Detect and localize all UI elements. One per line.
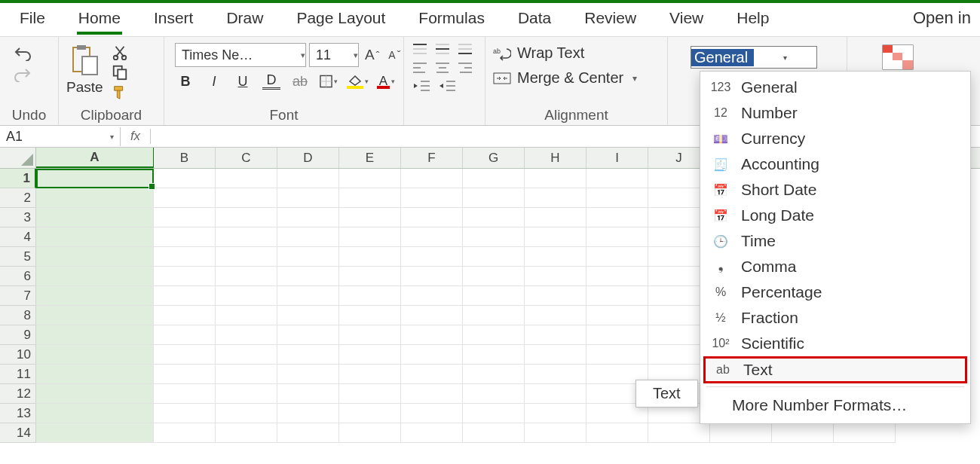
merge-center-button[interactable]: Merge & Center ▾ <box>493 69 637 87</box>
row-header[interactable]: 5 <box>0 247 36 267</box>
tab-draw[interactable]: Draw <box>210 5 280 35</box>
cell[interactable] <box>525 404 586 423</box>
strikethrough-button[interactable]: ab <box>291 73 309 90</box>
cell[interactable] <box>401 188 463 208</box>
cell[interactable] <box>525 345 586 365</box>
cut-icon[interactable] <box>111 44 129 61</box>
decrease-indent-icon[interactable] <box>412 79 431 93</box>
cell[interactable] <box>772 423 834 443</box>
cell[interactable] <box>277 208 339 227</box>
cell[interactable] <box>586 267 648 286</box>
cell[interactable] <box>277 404 339 423</box>
cell[interactable] <box>277 188 339 208</box>
cell[interactable] <box>463 423 525 443</box>
cell[interactable] <box>525 286 586 306</box>
column-header[interactable]: F <box>401 148 463 168</box>
name-box[interactable]: A1 ▾ <box>0 127 121 146</box>
cell[interactable] <box>401 267 463 286</box>
cell[interactable] <box>525 247 586 267</box>
column-header[interactable]: A <box>36 148 154 168</box>
row-header[interactable]: 1 <box>0 169 36 188</box>
cell[interactable] <box>277 169 339 188</box>
cell[interactable] <box>463 247 525 267</box>
cell[interactable] <box>463 227 525 247</box>
cell[interactable] <box>463 345 525 365</box>
cell[interactable] <box>401 345 463 365</box>
cell[interactable] <box>525 423 586 443</box>
cell[interactable] <box>216 188 277 208</box>
cell[interactable] <box>586 325 648 345</box>
cell[interactable] <box>401 227 463 247</box>
cell[interactable] <box>339 306 401 325</box>
row-header[interactable]: 8 <box>0 306 36 325</box>
cell[interactable] <box>339 267 401 286</box>
cell[interactable] <box>463 169 525 188</box>
cell[interactable] <box>401 247 463 267</box>
align-middle-icon[interactable] <box>434 43 451 56</box>
number-format-option[interactable]: 🕒Time <box>700 228 970 254</box>
cell[interactable] <box>154 169 216 188</box>
cell[interactable] <box>36 208 154 227</box>
more-number-formats[interactable]: More Number Formats… <box>700 390 970 420</box>
cell[interactable] <box>339 247 401 267</box>
cell[interactable] <box>36 306 154 325</box>
cell[interactable] <box>463 208 525 227</box>
number-format-option[interactable]: 10²Scientific <box>700 331 970 356</box>
cell[interactable] <box>586 188 648 208</box>
cell[interactable] <box>463 286 525 306</box>
cell[interactable] <box>525 384 586 404</box>
paste-button[interactable]: Paste <box>66 41 103 96</box>
cell[interactable] <box>586 423 648 443</box>
conditional-formatting-icon[interactable] <box>882 44 914 70</box>
row-header[interactable]: 11 <box>0 365 36 384</box>
cell[interactable] <box>339 345 401 365</box>
align-top-icon[interactable] <box>412 43 428 56</box>
cell[interactable] <box>216 365 277 384</box>
fill-color-button[interactable]: ▾ <box>348 73 366 90</box>
fx-icon[interactable]: fx <box>121 129 151 144</box>
cell[interactable] <box>216 306 277 325</box>
cell[interactable] <box>586 306 648 325</box>
tab-data[interactable]: Data <box>501 5 568 35</box>
cell[interactable] <box>277 423 339 443</box>
align-center-icon[interactable] <box>434 61 451 75</box>
cell[interactable] <box>36 169 154 188</box>
row-header[interactable]: 10 <box>0 345 36 365</box>
cell[interactable] <box>401 306 463 325</box>
row-header[interactable]: 6 <box>0 267 36 286</box>
cell[interactable] <box>154 325 216 345</box>
cell[interactable] <box>463 404 525 423</box>
cell[interactable] <box>463 325 525 345</box>
tab-page-layout[interactable]: Page Layout <box>280 5 402 35</box>
tab-view[interactable]: View <box>653 5 720 35</box>
cell[interactable] <box>36 188 154 208</box>
cell[interactable] <box>36 384 154 404</box>
cell[interactable] <box>463 267 525 286</box>
cell[interactable] <box>586 169 648 188</box>
cell[interactable] <box>154 188 216 208</box>
row-header[interactable]: 4 <box>0 227 36 247</box>
number-format-option[interactable]: 📅Long Date <box>700 203 970 228</box>
row-header[interactable]: 13 <box>0 404 36 423</box>
shrink-font-button[interactable]: Aˇ <box>385 49 403 61</box>
cell[interactable] <box>154 345 216 365</box>
column-header[interactable]: C <box>216 148 277 168</box>
cell[interactable] <box>525 325 586 345</box>
number-format-option[interactable]: ½Fraction <box>700 305 970 331</box>
tab-insert[interactable]: Insert <box>137 5 210 35</box>
number-format-combo[interactable]: General ▾ <box>691 46 817 69</box>
cell[interactable] <box>216 345 277 365</box>
tab-formulas[interactable]: Formulas <box>402 5 501 35</box>
cell[interactable] <box>277 325 339 345</box>
cell[interactable] <box>216 423 277 443</box>
cell[interactable] <box>277 267 339 286</box>
number-format-option[interactable]: ❟Comma <box>700 254 970 279</box>
number-format-option[interactable]: 💷Currency <box>700 126 970 151</box>
cell[interactable] <box>277 345 339 365</box>
cell[interactable] <box>525 365 586 384</box>
cell[interactable] <box>339 404 401 423</box>
cell[interactable] <box>216 169 277 188</box>
cell[interactable] <box>648 423 710 443</box>
font-size-combo[interactable]: 11 ▾ <box>309 43 359 67</box>
cell[interactable] <box>36 345 154 365</box>
